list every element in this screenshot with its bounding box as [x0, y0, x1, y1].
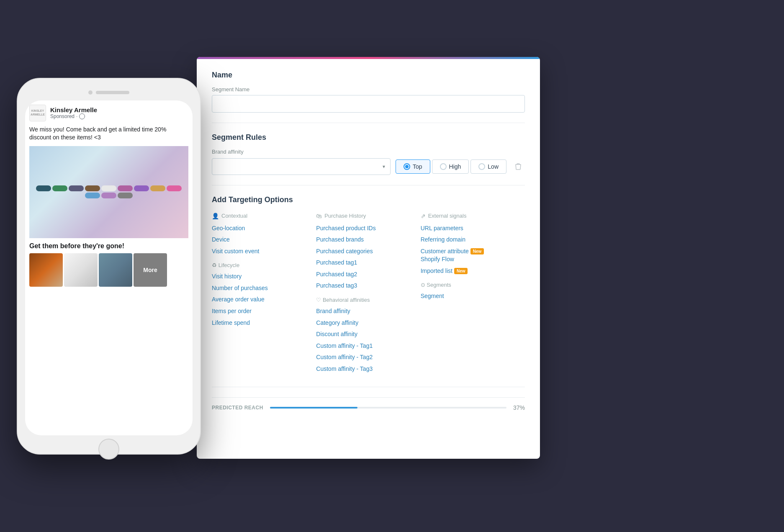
- globe-icon: [79, 113, 85, 119]
- link-category-affinity[interactable]: Category affinity: [316, 319, 412, 327]
- link-purchased-categories[interactable]: Purchased categories: [316, 247, 412, 256]
- link-visit-history[interactable]: Visit history: [212, 272, 308, 281]
- ad-thumbnails: More: [29, 253, 188, 287]
- bag-icon: 🛍: [316, 213, 322, 219]
- reach-bar-container: [270, 407, 506, 409]
- radio-dot-low: [478, 163, 485, 170]
- ring-item: [150, 185, 165, 191]
- link-referring-domain[interactable]: Referring domain: [421, 236, 517, 244]
- ring-item: [118, 193, 133, 198]
- segment-rules-section: Segment Rules Brand affinity ▾ Top: [212, 133, 525, 175]
- add-targeting-section: Add Targeting Options 👤 Contextual Geo-l…: [212, 195, 525, 377]
- ad-header: KINSLEY ARMELLE Kinsley Armelle Sponsore…: [29, 105, 188, 121]
- targeting-col-1: 👤 Contextual Geo-location Device Visit c…: [212, 213, 316, 377]
- thumbnail-3: [99, 253, 132, 287]
- link-shopify-flow[interactable]: Shopify Flow: [421, 255, 517, 264]
- external-signals-header: ⇗ External signals: [421, 213, 517, 219]
- link-number-purchases[interactable]: Number of purchases: [212, 284, 308, 293]
- panel-content: Name Segment Name Segment Rules Brand af…: [197, 59, 540, 459]
- segments-header: ⊙ Segments: [421, 282, 517, 288]
- segment-rules-title: Segment Rules: [212, 133, 525, 142]
- link-brand-affinity[interactable]: Brand affinity: [316, 307, 412, 316]
- phone-home-button[interactable]: [98, 439, 119, 460]
- ring-item: [85, 185, 100, 191]
- phone-notch: [25, 86, 193, 99]
- link-discount-affinity[interactable]: Discount affinity: [316, 330, 412, 339]
- link-custom-affinity-tag2[interactable]: Custom affinity - Tag2: [316, 353, 412, 362]
- name-section: Name Segment Name: [212, 71, 525, 113]
- link-purchased-tag3[interactable]: Purchased tag3: [316, 282, 412, 290]
- contextual-label: Contextual: [221, 213, 247, 219]
- lifecycle-header: ♻ Lifecycle: [212, 262, 308, 268]
- link-purchased-tag2[interactable]: Purchased tag2: [316, 270, 412, 279]
- add-targeting-title: Add Targeting Options: [212, 195, 525, 204]
- ad-image: [29, 146, 188, 238]
- ad-caption: Get them before they're gone!: [29, 238, 188, 253]
- customer-attribute-row: Customer attribute New: [421, 247, 517, 256]
- link-imported-list[interactable]: Imported list: [421, 267, 452, 275]
- new-badge-customer-attribute: New: [470, 248, 484, 254]
- brand-affinity-label: Brand affinity: [212, 149, 525, 155]
- phone-wrapper: KINSLEY ARMELLE Kinsley Armelle Sponsore…: [17, 78, 209, 455]
- ring-item: [52, 185, 67, 191]
- segment-name-label: Segment Name: [212, 86, 525, 93]
- radio-low[interactable]: Low: [470, 159, 506, 174]
- new-badge-imported-list: New: [454, 268, 468, 274]
- targeting-grid: 👤 Contextual Geo-location Device Visit c…: [212, 213, 525, 377]
- targeting-col-2: 🛍 Purchase History Purchased product IDs…: [316, 213, 420, 377]
- divider-2: [212, 185, 525, 185]
- main-panel: Name Segment Name Segment Rules Brand af…: [197, 57, 540, 459]
- ad-brand-info: Kinsley Armelle Sponsored ·: [50, 106, 97, 119]
- phone-speaker: [96, 91, 129, 94]
- main-scene: KINSLEY ARMELLE Kinsley Armelle Sponsore…: [0, 0, 784, 532]
- brand-affinity-dropdown[interactable]: ▾: [212, 158, 391, 175]
- thumbnail-more: More: [134, 253, 167, 287]
- rings-row: [36, 185, 182, 198]
- link-custom-affinity-tag3[interactable]: Custom affinity - Tag3: [316, 365, 412, 373]
- link-customer-attribute[interactable]: Customer attribute: [421, 247, 469, 256]
- name-section-title: Name: [212, 71, 525, 80]
- delete-rule-button[interactable]: [512, 160, 525, 173]
- panel-wrapper: Name Segment Name Segment Rules Brand af…: [197, 57, 540, 475]
- contextual-header: 👤 Contextual: [212, 213, 308, 219]
- ad-logo: KINSLEY ARMELLE: [29, 105, 46, 121]
- thumbnail-1: [29, 253, 63, 287]
- link-items-per-order[interactable]: Items per order: [212, 307, 308, 316]
- radio-top[interactable]: Top: [396, 159, 430, 174]
- link-purchased-product-ids[interactable]: Purchased product IDs: [316, 224, 412, 233]
- link-visit-custom-event[interactable]: Visit custom event: [212, 247, 308, 256]
- purchase-history-label: Purchase History: [324, 213, 366, 219]
- ad-logo-text: KINSLEY ARMELLE: [30, 109, 46, 116]
- reach-bar: [270, 407, 357, 409]
- behavioral-label: Behavioral affinities: [323, 297, 370, 303]
- radio-high[interactable]: High: [432, 159, 469, 174]
- link-geo-location[interactable]: Geo-location: [212, 224, 308, 233]
- phone-screen: KINSLEY ARMELLE Kinsley Armelle Sponsore…: [25, 100, 193, 435]
- link-purchased-brands[interactable]: Purchased brands: [316, 236, 412, 244]
- phone-camera: [88, 90, 93, 95]
- brand-affinity-row: ▾ Top High: [212, 158, 525, 175]
- phone-device: KINSLEY ARMELLE Kinsley Armelle Sponsore…: [17, 78, 201, 455]
- radio-dot-high: [440, 163, 447, 170]
- link-url-parameters[interactable]: URL parameters: [421, 224, 517, 233]
- person-icon: 👤: [212, 213, 219, 219]
- ring-item: [101, 193, 116, 198]
- ad-card: KINSLEY ARMELLE Kinsley Armelle Sponsore…: [25, 100, 193, 291]
- predicted-reach-section: PREDICTED REACH 37%: [212, 397, 525, 418]
- link-lifetime-spend[interactable]: Lifetime spend: [212, 319, 308, 327]
- link-device[interactable]: Device: [212, 236, 308, 244]
- segment-name-input[interactable]: [212, 95, 525, 113]
- external-signals-label: External signals: [428, 213, 467, 219]
- link-avg-order-value[interactable]: Average order value: [212, 296, 308, 304]
- imported-list-row: Imported list New: [421, 267, 517, 275]
- ad-brand-name: Kinsley Armelle: [50, 106, 97, 113]
- ring-item: [134, 185, 149, 191]
- ad-text: We miss you! Come back and get a limited…: [29, 126, 188, 142]
- lifecycle-label: Lifecycle: [218, 262, 240, 268]
- thumbnail-2: [64, 253, 98, 287]
- link-segment[interactable]: Segment: [421, 292, 517, 301]
- link-purchased-tag1[interactable]: Purchased tag1: [316, 259, 412, 267]
- radio-low-label: Low: [488, 163, 499, 170]
- divider-1: [212, 123, 525, 123]
- link-custom-affinity-tag1[interactable]: Custom affinity - Tag1: [316, 342, 412, 350]
